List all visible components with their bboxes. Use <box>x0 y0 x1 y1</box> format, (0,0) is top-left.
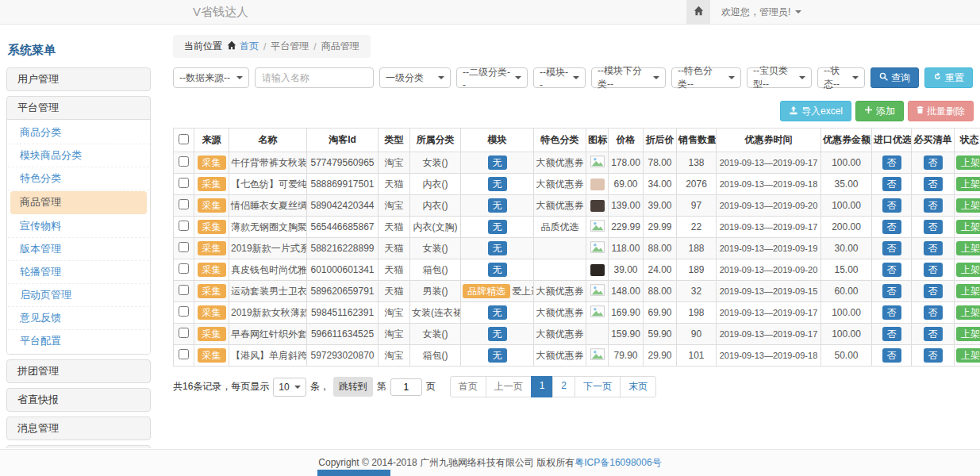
home-button[interactable] <box>686 0 710 24</box>
sidebar-item[interactable]: 版本管理 <box>8 238 149 261</box>
row-checkbox[interactable] <box>179 263 189 274</box>
module-badge[interactable]: 无 <box>488 305 507 320</box>
pager-button[interactable]: 1 <box>531 376 554 397</box>
must-buy-toggle[interactable]: 否 <box>924 284 943 298</box>
module-badge[interactable]: 无 <box>488 348 507 363</box>
filter-select[interactable]: --模块下分类-- <box>591 67 666 88</box>
status-toggle[interactable]: 上架 <box>956 220 980 234</box>
row-checkbox[interactable] <box>179 199 189 209</box>
import-toggle[interactable]: 否 <box>882 220 901 234</box>
status-toggle[interactable]: 上架 <box>956 348 980 363</box>
sidebar-section[interactable]: 平台管理 <box>7 97 150 119</box>
add-button[interactable]: 添加 <box>855 101 904 121</box>
sidebar-section[interactable]: 消息管理 <box>7 417 150 440</box>
must-buy-toggle[interactable]: 否 <box>924 241 943 255</box>
import-toggle[interactable]: 否 <box>882 177 901 191</box>
sidebar-item[interactable]: 宣传物料 <box>8 215 149 238</box>
filter-select[interactable]: --模块-- <box>533 67 586 88</box>
plus-icon <box>864 106 873 117</box>
select-all-checkbox[interactable] <box>179 134 189 144</box>
user-menu[interactable]: 欢迎您，管理员! <box>710 0 813 24</box>
status-toggle[interactable]: 上架 <box>956 327 980 341</box>
import-toggle[interactable]: 否 <box>882 348 901 363</box>
module-badge[interactable]: 无 <box>488 155 507 170</box>
sidebar-section[interactable]: 省直快报 <box>7 389 150 411</box>
pager-button[interactable]: 2 <box>552 376 575 397</box>
batch-delete-button[interactable]: 批量删除 <box>908 101 974 121</box>
search-button[interactable]: 查询 <box>870 67 919 88</box>
module-badge[interactable]: 品牌精选 <box>463 284 510 298</box>
name-search-input[interactable] <box>255 67 374 88</box>
breadcrumb-home-link[interactable]: 首页 <box>240 40 259 53</box>
icp-link[interactable]: 粤ICP备16098006号 <box>575 456 661 470</box>
must-buy-toggle[interactable]: 否 <box>924 198 943 213</box>
filter-select[interactable]: --二级分类-- <box>456 67 528 88</box>
filter-select[interactable]: --数据来源-- <box>173 67 249 88</box>
sidebar-item[interactable]: 平台配置 <box>8 330 149 352</box>
status-toggle[interactable]: 上架 <box>956 284 980 298</box>
import-toggle[interactable]: 否 <box>882 263 901 277</box>
pager-button[interactable]: 末页 <box>620 376 656 397</box>
filter-select[interactable]: --宝贝类型-- <box>747 67 812 88</box>
row-checkbox[interactable] <box>179 221 189 231</box>
row-checkbox[interactable] <box>179 306 189 317</box>
must-buy-toggle[interactable]: 否 <box>924 348 943 363</box>
module-badge[interactable]: 无 <box>488 198 507 213</box>
status-toggle[interactable]: 上架 <box>956 241 980 255</box>
reset-button[interactable]: 重置 <box>924 67 973 88</box>
must-buy-toggle[interactable]: 否 <box>924 327 943 341</box>
must-buy-toggle[interactable]: 否 <box>924 220 943 234</box>
status-toggle[interactable]: 上架 <box>956 305 980 320</box>
import-toggle[interactable]: 否 <box>882 284 901 298</box>
per-page-select[interactable]: 10 <box>273 378 306 397</box>
sidebar-item[interactable]: 商品管理 <box>10 191 147 214</box>
sidebar-item[interactable]: 模块商品分类 <box>8 144 149 167</box>
pager-button[interactable]: 上一页 <box>486 376 532 397</box>
pager-button[interactable]: 首页 <box>450 376 486 397</box>
must-buy-toggle[interactable]: 否 <box>924 177 943 191</box>
module-badge[interactable]: 无 <box>488 327 507 341</box>
row-checkbox[interactable] <box>179 242 189 252</box>
filter-select[interactable]: --特色分类-- <box>671 67 741 88</box>
sidebar-item[interactable]: 轮播管理 <box>8 261 149 284</box>
app-title: V省钱达人 <box>193 0 248 24</box>
sidebar-item[interactable]: 启动页管理 <box>8 284 149 307</box>
status-toggle[interactable]: 上架 <box>956 155 980 170</box>
sidebar-item[interactable]: 意见反馈 <box>8 307 149 330</box>
import-toggle[interactable]: 否 <box>882 327 901 341</box>
source-badge: 采集 <box>198 241 226 255</box>
must-buy-toggle[interactable]: 否 <box>924 263 943 277</box>
import-toggle[interactable]: 否 <box>882 241 901 255</box>
import-toggle[interactable]: 否 <box>882 155 901 170</box>
discount-price: 59.90 <box>644 324 677 345</box>
import-toggle[interactable]: 否 <box>882 198 901 213</box>
must-buy-toggle[interactable]: 否 <box>924 305 943 320</box>
module-badge[interactable]: 无 <box>488 177 507 191</box>
sidebar-section[interactable]: 用户管理 <box>7 68 150 90</box>
module-badge[interactable]: 无 <box>488 220 507 234</box>
row-checkbox[interactable] <box>179 178 189 188</box>
filter-select[interactable]: --状态-- <box>817 67 865 88</box>
import-excel-button[interactable]: 导入excel <box>780 101 851 121</box>
row-checkbox[interactable] <box>179 285 189 295</box>
status-toggle[interactable]: 上架 <box>956 177 980 191</box>
pager-button[interactable]: 下一页 <box>575 376 621 397</box>
status-toggle[interactable]: 上架 <box>956 263 980 277</box>
status-toggle[interactable]: 上架 <box>956 198 980 213</box>
coupon-amount: 100.00 <box>821 302 872 324</box>
sidebar-section[interactable]: 订单管理 <box>7 446 150 448</box>
row-checkbox[interactable] <box>179 349 189 359</box>
module-badge[interactable]: 无 <box>488 263 507 277</box>
sidebar-section[interactable]: 拼团管理 <box>7 360 150 382</box>
import-toggle[interactable]: 否 <box>882 305 901 320</box>
filter-select[interactable]: 一级分类 <box>379 67 451 88</box>
must-buy-toggle[interactable]: 否 <box>924 155 943 170</box>
jump-button[interactable]: 跳转到 <box>333 377 373 397</box>
price: 159.90 <box>609 324 644 345</box>
sidebar-item[interactable]: 商品分类 <box>8 121 149 144</box>
module-badge[interactable]: 无 <box>488 241 507 255</box>
sidebar-item[interactable]: 特色分类 <box>8 167 149 190</box>
row-checkbox[interactable] <box>179 328 189 338</box>
row-checkbox[interactable] <box>179 156 189 167</box>
page-number-input[interactable] <box>390 378 422 396</box>
